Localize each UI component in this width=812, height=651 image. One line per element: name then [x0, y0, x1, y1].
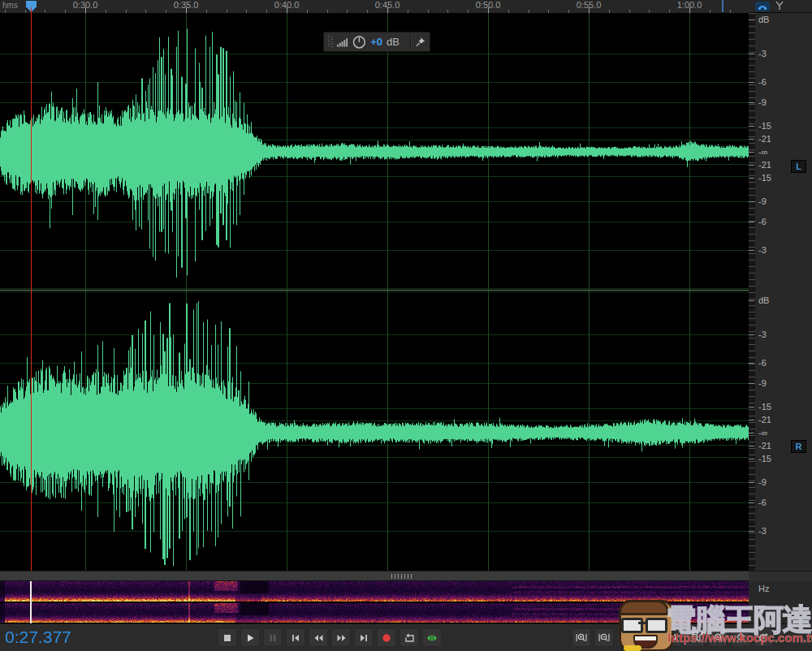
timeline-tick	[488, 7, 489, 13]
amplitude-label: -15	[758, 121, 771, 131]
amplitude-tick	[749, 250, 754, 251]
waveform-display[interactable]	[0, 13, 749, 571]
timeline-tick	[85, 7, 86, 13]
zoom-in-in-point-button[interactable]	[663, 628, 682, 647]
amplitude-label: -9	[758, 477, 767, 487]
amplitude-tick	[749, 139, 754, 140]
pause-button[interactable]	[263, 628, 283, 647]
amplitude-tick	[749, 383, 754, 384]
zoom-to-selection-button[interactable]	[708, 628, 728, 647]
channel-badge-left[interactable]: L	[791, 160, 806, 173]
channel-badge-right[interactable]: R	[791, 440, 806, 453]
amplitude-tick	[749, 201, 754, 202]
skip-selection-button[interactable]	[422, 628, 442, 647]
rewind-button[interactable]	[309, 628, 328, 647]
amplitude-label: -6	[758, 358, 767, 368]
gain-value[interactable]: +0	[370, 36, 382, 48]
hud-separator	[410, 35, 412, 49]
amplitude-tick	[749, 482, 754, 483]
amplitude-tick	[749, 502, 754, 503]
amplitude-tick	[749, 407, 754, 407]
funnel-icon[interactable]	[775, 0, 784, 14]
amplitude-tick-strip	[749, 13, 755, 571]
amplitude-tick	[749, 446, 754, 446]
frequency-unit-label: Hz	[758, 584, 769, 593]
level-meter-icon	[337, 37, 349, 47]
zoom-out-button[interactable]	[594, 628, 614, 647]
play-button[interactable]	[240, 628, 260, 647]
fast-forward-button[interactable]	[331, 628, 351, 647]
amplitude-label: -21	[758, 134, 771, 144]
amplitude-label: -3	[758, 245, 767, 255]
amplitude-tick	[749, 19, 754, 20]
amplitude-ruler[interactable]: L R dB-3-6-9-15-21-∞-21-15-9-6-3dB-3-6-9…	[749, 13, 812, 571]
amplitude-label: -∞	[758, 428, 768, 438]
amplitude-label: -9	[758, 97, 767, 107]
amplitude-tick	[749, 459, 754, 459]
amplitude-label: dB	[758, 15, 769, 24]
zoom-in-button[interactable]	[572, 628, 591, 647]
amplitude-tick	[749, 102, 754, 103]
amplitude-tick	[749, 300, 754, 301]
spectrogram-display[interactable]	[0, 581, 749, 623]
scrollbar-corner	[749, 571, 812, 582]
amplitude-tick	[749, 126, 754, 127]
pin-icon[interactable]	[416, 37, 425, 47]
amplitude-label: -21	[758, 441, 771, 451]
drag-handle-icon[interactable]	[328, 36, 333, 48]
loop-playback-button[interactable]	[400, 628, 419, 647]
gain-hud[interactable]: +0 dB	[323, 32, 430, 52]
reset-zoom-button[interactable]	[754, 628, 773, 647]
timeline-tick	[387, 7, 388, 13]
frequency-ruler: Hz	[749, 581, 812, 623]
channels-icon[interactable]	[755, 2, 770, 11]
timeline-ruler[interactable]: hms 0:30.00:35.00:40.00:45.00:50.00:55.0…	[0, 0, 749, 14]
amplitude-label: -21	[758, 415, 771, 425]
timeline-tick	[186, 7, 187, 13]
amplitude-tick	[749, 531, 754, 532]
ruler-corner	[749, 0, 812, 13]
amplitude-tick	[749, 222, 754, 222]
amplitude-label: -6	[758, 498, 767, 507]
amplitude-tick	[749, 82, 754, 83]
amplitude-label: -15	[758, 173, 771, 183]
amplitude-tick	[749, 420, 754, 420]
zoom-out-full-button[interactable]	[731, 628, 750, 647]
amplitude-label: -15	[758, 402, 771, 412]
amplitude-tick	[749, 178, 754, 179]
skip-to-end-button[interactable]	[354, 628, 374, 647]
timeline-tick	[689, 7, 690, 13]
timeline-tick	[287, 7, 287, 13]
amplitude-label: -9	[758, 196, 767, 206]
scrollbar-grip[interactable]	[391, 574, 412, 579]
amplitude-label: -21	[758, 160, 771, 170]
skip-to-start-button[interactable]	[286, 628, 305, 647]
horizontal-scrollbar[interactable]	[0, 571, 749, 581]
spectrogram-playhead	[30, 581, 32, 623]
gain-unit: dB	[387, 36, 400, 48]
gain-knob-icon[interactable]	[352, 35, 366, 50]
amplitude-tick	[749, 165, 754, 166]
record-button[interactable]	[377, 628, 396, 647]
time-display[interactable]: 0:27.377	[5, 627, 71, 647]
timeline-unit-label: hms	[2, 1, 18, 10]
zoom-in-amplitude-button[interactable]	[617, 628, 637, 647]
amplitude-label: -3	[758, 526, 767, 536]
amplitude-label: -∞	[758, 147, 768, 157]
amplitude-label: -3	[758, 49, 767, 58]
amplitude-tick	[749, 54, 754, 54]
amplitude-label: -3	[758, 330, 767, 339]
zoom-controls	[572, 628, 773, 647]
amplitude-tick	[749, 152, 754, 153]
app-window: hms 0:30.00:35.00:40.00:45.00:50.00:55.0…	[0, 0, 812, 651]
amplitude-tick	[749, 334, 754, 335]
amplitude-label: -6	[758, 217, 767, 226]
amplitude-label: -6	[758, 77, 767, 87]
zoom-out-amplitude-button[interactable]	[640, 628, 659, 647]
zoom-in-out-point-button[interactable]	[685, 628, 705, 647]
amplitude-label: dB	[758, 295, 769, 305]
amplitude-label: -9	[758, 378, 767, 388]
timeline-marker-tick	[722, 0, 723, 12]
amplitude-tick	[749, 433, 754, 433]
stop-button[interactable]	[218, 628, 237, 647]
